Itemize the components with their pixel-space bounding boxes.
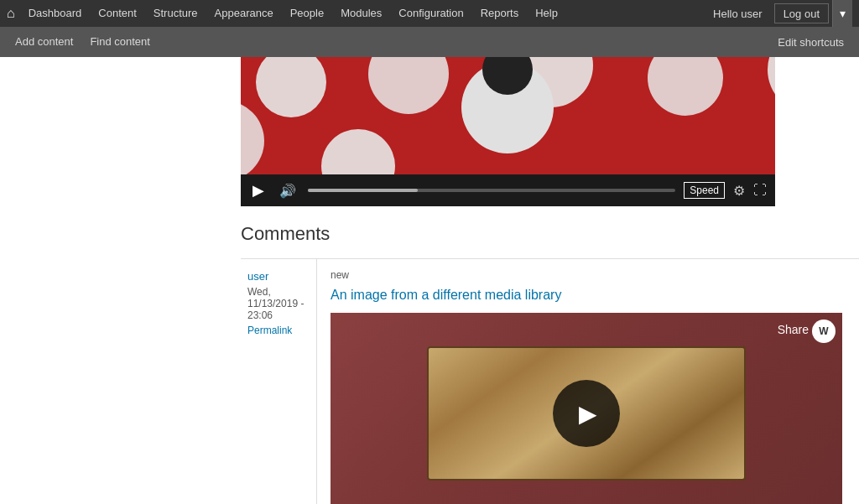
comment-article-title-link[interactable]: An image from a different media library xyxy=(331,288,846,303)
nav-item-reports[interactable]: Reports xyxy=(472,0,528,27)
video-thumbnail xyxy=(241,57,775,174)
play-triangle-icon: ▶ xyxy=(579,400,597,428)
nav-item-structure[interactable]: Structure xyxy=(145,0,206,27)
nav-item-modules[interactable]: Modules xyxy=(332,0,390,27)
svg-point-5 xyxy=(241,101,264,174)
chevron-down-icon: ▾ xyxy=(840,7,846,20)
nav-item-content[interactable]: Content xyxy=(90,0,145,27)
svg-point-4 xyxy=(768,57,775,113)
nav-item-configuration[interactable]: Configuration xyxy=(390,0,471,27)
comment-image-container: Share W ▶ xyxy=(331,313,842,504)
comment-body: new An image from a different media libr… xyxy=(316,259,859,504)
volume-button[interactable]: 🔊 xyxy=(276,181,299,200)
find-content-link[interactable]: Find content xyxy=(81,27,159,57)
progress-fill xyxy=(308,189,418,192)
comment-author-name[interactable]: user xyxy=(247,270,268,283)
progress-bar[interactable] xyxy=(308,189,675,192)
polka-dot-pattern xyxy=(241,57,775,174)
video-player: ▶ 🔊 Speed ⚙ ⛶ xyxy=(241,57,775,206)
svg-point-0 xyxy=(256,57,326,117)
video-play-overlay[interactable]: ▶ xyxy=(553,380,620,447)
secondary-toolbar: Add content Find content Edit shortcuts xyxy=(0,27,859,57)
comment-item: user Wed, 11/13/2019 - 23:06 Permalink n… xyxy=(241,258,859,504)
comment-permalink-link[interactable]: Permalink xyxy=(247,325,310,336)
play-button[interactable]: ▶ xyxy=(249,179,268,201)
main-content: ▶ 🔊 Speed ⚙ ⛶ Comments user Wed, 11/13/2… xyxy=(0,57,859,504)
nav-item-dashboard[interactable]: Dashboard xyxy=(20,0,91,27)
share-button[interactable]: Share xyxy=(778,323,809,336)
edit-shortcuts-link[interactable]: Edit shortcuts xyxy=(769,36,852,49)
hello-user-text: Hello user xyxy=(705,8,771,20)
w-icon[interactable]: W xyxy=(812,320,836,343)
nav-item-help[interactable]: Help xyxy=(527,0,566,27)
nav-dropdown-button[interactable]: ▾ xyxy=(832,0,852,27)
video-controls-bar: ▶ 🔊 Speed ⚙ ⛶ xyxy=(241,174,775,206)
svg-point-6 xyxy=(321,129,395,174)
comment-new-badge: new xyxy=(331,269,846,281)
svg-point-1 xyxy=(368,57,449,114)
video-background xyxy=(241,57,775,174)
top-navigation: ⌂ Dashboard Content Structure Appearance… xyxy=(0,0,859,27)
settings-button[interactable]: ⚙ xyxy=(733,183,745,199)
speed-button[interactable]: Speed xyxy=(684,182,725,199)
fullscreen-button[interactable]: ⛶ xyxy=(753,183,767,198)
comment-author-date: Wed, 11/13/2019 - 23:06 xyxy=(247,286,310,321)
home-icon[interactable]: ⌂ xyxy=(7,6,15,21)
svg-point-3 xyxy=(648,57,723,116)
add-content-link[interactable]: Add content xyxy=(7,27,81,57)
logout-button[interactable]: Log out xyxy=(774,3,829,23)
comments-section: Comments user Wed, 11/13/2019 - 23:06 Pe… xyxy=(0,206,859,504)
comment-author-info: user Wed, 11/13/2019 - 23:06 Permalink xyxy=(241,259,316,504)
nav-item-appearance[interactable]: Appearance xyxy=(206,0,282,27)
nav-item-people[interactable]: People xyxy=(282,0,332,27)
comments-title: Comments xyxy=(241,223,859,245)
